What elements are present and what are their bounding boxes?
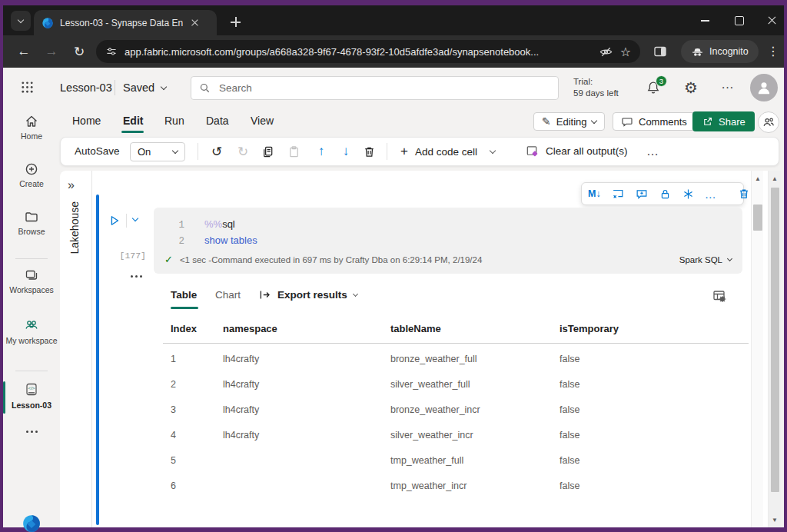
back-icon[interactable]: ←: [15, 44, 32, 59]
scroll-up-arrow[interactable]: ▲: [769, 175, 781, 182]
run-options-chevron[interactable]: [132, 215, 138, 221]
autosave-dropdown[interactable]: On: [130, 142, 185, 161]
new-tab-button[interactable]: [227, 14, 244, 31]
table-row: 4lh4craftysilver_weather_incrfalse: [171, 422, 749, 447]
sidebar-item-data-engineering[interactable]: Data Engineering: [3, 514, 60, 532]
move-cell-down-icon[interactable]: ↓: [337, 144, 354, 159]
code-cell[interactable]: 1%%sql 2show tables ✓ <1 sec -Command ex…: [154, 208, 742, 274]
people-presence-button[interactable]: [758, 111, 779, 133]
toolbar-more-icon[interactable]: …: [646, 145, 659, 158]
paste-icon[interactable]: [287, 145, 301, 159]
window-minimize-button[interactable]: [693, 12, 716, 30]
table-cell: lh4crafty: [223, 430, 390, 441]
add-code-cell-button[interactable]: + Add code cell: [400, 144, 495, 159]
table-settings-icon[interactable]: [712, 288, 727, 304]
lakehouse-panel-label[interactable]: Lakehouse: [68, 201, 81, 254]
output-tab-table[interactable]: Table: [171, 289, 197, 301]
forward-icon[interactable]: →: [43, 44, 60, 59]
avatar[interactable]: [750, 74, 778, 101]
code-editor[interactable]: 1%%sql 2show tables: [171, 217, 257, 249]
scrollbar-thumb[interactable]: [771, 188, 779, 492]
tab-run[interactable]: Run: [164, 115, 184, 127]
header-more-icon[interactable]: …: [721, 77, 734, 92]
cell-status-bar: ✓ <1 sec -Command executed in 697 ms by …: [164, 254, 732, 265]
tab-view[interactable]: View: [251, 115, 274, 127]
clear-cell-output-icon[interactable]: [611, 187, 625, 201]
browser-menu-icon[interactable]: ⋮: [765, 44, 781, 58]
window-close-button[interactable]: [760, 12, 783, 30]
sidebar-item-label: Browse: [18, 227, 45, 236]
split-screen-icon[interactable]: [653, 44, 668, 59]
refresh-icon[interactable]: ↻: [71, 44, 88, 60]
settings-gear-icon[interactable]: ⚙: [684, 78, 698, 97]
waffle-menu-icon[interactable]: [20, 80, 35, 95]
markdown-icon[interactable]: M↓: [588, 188, 601, 199]
tab-home[interactable]: Home: [72, 115, 101, 127]
save-status-dropdown[interactable]: Saved: [123, 81, 166, 94]
search-bar[interactable]: [191, 76, 559, 100]
tab-data[interactable]: Data: [206, 115, 229, 127]
comments-button[interactable]: Comments: [613, 112, 696, 131]
column-header: isTemporary: [560, 323, 749, 334]
table-cell: 5: [171, 455, 223, 466]
export-results-button[interactable]: Export results: [258, 288, 357, 301]
results-table-header: Index namespace tableName isTemporary: [171, 323, 749, 334]
search-input[interactable]: [218, 81, 550, 95]
add-comment-icon[interactable]: [635, 187, 649, 201]
sidebar-item-label: Home: [21, 131, 42, 141]
document-title[interactable]: Lesson-03: [60, 81, 112, 94]
scroll-up-arrow[interactable]: ▲: [752, 175, 764, 182]
output-scrollbar[interactable]: ▲: [751, 171, 763, 527]
run-divider: [126, 214, 127, 228]
table-cell: bronze_weather_incr: [390, 404, 560, 415]
site-settings-icon[interactable]: [105, 45, 118, 58]
delete-cell-icon[interactable]: [362, 145, 377, 159]
sidebar-item-workspaces[interactable]: Workspaces: [3, 268, 60, 294]
expand-panel-icon[interactable]: »: [68, 178, 75, 192]
clear-outputs-label: Clear all output(s): [546, 145, 628, 157]
url-text[interactable]: app.fabric.microsoft.com/groups/a668a328…: [125, 46, 592, 58]
tab-close-icon[interactable]: [189, 17, 201, 29]
execution-status-text: <1 sec -Command executed in 697 ms by Cr…: [180, 255, 672, 264]
scroll-down-arrow[interactable]: ▼: [769, 517, 781, 524]
sidebar-more-button[interactable]: [3, 431, 60, 433]
table-cell: false: [560, 404, 749, 415]
clear-all-outputs-button[interactable]: Clear all output(s): [525, 144, 628, 158]
bookmark-star-icon[interactable]: ☆: [620, 45, 631, 59]
copy-icon[interactable]: [261, 145, 275, 159]
browser-tab[interactable]: Lesson-03 - Synapse Data Engin: [34, 10, 217, 35]
eye-slash-icon[interactable]: [599, 45, 613, 59]
tab-search-button[interactable]: [11, 11, 31, 31]
table-cell: silver_weather_full: [390, 379, 560, 390]
chevron-down-icon: [591, 117, 597, 123]
tab-edit[interactable]: Edit: [123, 115, 143, 127]
editing-mode-button[interactable]: ✎ Editing: [533, 112, 605, 131]
lock-cell-icon[interactable]: [659, 188, 672, 201]
scrollbar-thumb[interactable]: [753, 204, 762, 231]
language-selector[interactable]: Spark SQL: [679, 255, 732, 264]
window-maximize-button[interactable]: [728, 12, 751, 30]
move-cell-up-icon[interactable]: ↑: [313, 144, 330, 159]
page-scrollbar[interactable]: ▲ ▼: [768, 171, 781, 527]
delete-cell-icon[interactable]: [737, 187, 751, 201]
cell-more-icon[interactable]: …: [705, 188, 716, 201]
sidebar-item-create[interactable]: Create: [3, 161, 60, 188]
sidebar-item-my-workspace[interactable]: My workspace: [3, 317, 60, 345]
incognito-icon: [691, 45, 704, 58]
cell-options-icon[interactable]: [131, 275, 142, 278]
sidebar-item-lesson-03[interactable]: </> Lesson-03: [3, 381, 60, 410]
sidebar-item-home[interactable]: Home: [3, 114, 60, 141]
column-header: tableName: [390, 323, 560, 334]
undo-icon[interactable]: ↺: [208, 144, 225, 160]
freeze-cell-icon[interactable]: [682, 188, 695, 201]
output-tab-chart[interactable]: Chart: [215, 289, 241, 301]
table-row: 1lh4craftybronze_weather_fullfalse: [171, 346, 749, 371]
table-cell: false: [560, 354, 749, 364]
run-cell-button[interactable]: [108, 214, 121, 228]
address-bar[interactable]: app.fabric.microsoft.com/groups/a668a328…: [96, 40, 640, 63]
sidebar-item-browse[interactable]: Browse: [3, 209, 60, 236]
share-button[interactable]: Share: [692, 111, 755, 131]
table-cell: 6: [171, 480, 223, 491]
redo-icon[interactable]: ↺: [234, 144, 251, 160]
chevron-down-icon: [161, 83, 167, 89]
